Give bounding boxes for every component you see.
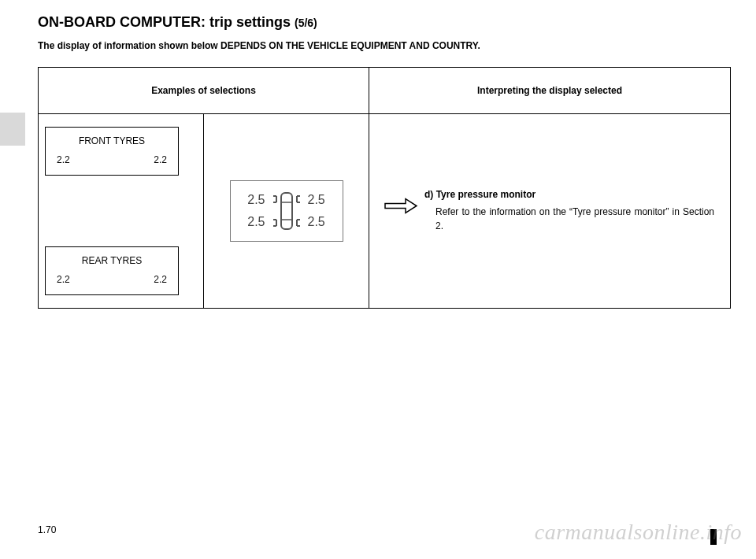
interpretation-cell: d) Tyre pressure monitor Refer to the in… [369, 114, 731, 309]
diagram-rear-left: 2.5 [239, 215, 265, 229]
page-number: 1.70 [38, 524, 56, 535]
page-content: ON-BOARD COMPUTER: trip settings (5/6) T… [38, 14, 731, 309]
interpretation-heading: d) Tyre pressure monitor [424, 189, 714, 200]
front-tyre-right-value: 2.2 [154, 154, 167, 165]
svg-rect-0 [281, 193, 292, 229]
front-tyres-label: FRONT TYRES [54, 135, 170, 146]
rear-tyre-right-value: 2.2 [154, 274, 167, 285]
rear-tyres-box: REAR TYRES 2.2 2.2 [45, 246, 179, 295]
diagram-rear-right: 2.5 [308, 215, 335, 229]
interpretation-body: Refer to the information on the “Tyre pr… [424, 205, 714, 233]
selection-examples-cell: FRONT TYRES 2.2 2.2 REAR TYRES 2.2 2.2 [39, 114, 204, 309]
page-subtitle: The display of information shown below D… [38, 40, 731, 51]
tyre-pressure-diagram: 2.5 [230, 180, 343, 242]
arrow-right-icon [384, 198, 418, 217]
front-tyres-box: FRONT TYRES 2.2 2.2 [45, 127, 179, 176]
page-title: ON-BOARD COMPUTER: trip settings (5/6) [38, 14, 731, 31]
car-top-view-icon [269, 190, 305, 232]
table-header-right: Interpreting the display selected [369, 68, 731, 114]
diagram-front-left: 2.5 [239, 193, 265, 207]
title-main: ON-BOARD COMPUTER: trip settings [38, 14, 295, 30]
watermark: carmanualsonline.info [535, 520, 742, 545]
front-tyre-left-value: 2.2 [57, 154, 70, 165]
section-tab [0, 113, 25, 146]
rear-tyres-label: REAR TYRES [54, 255, 170, 266]
rear-tyre-left-value: 2.2 [57, 274, 70, 285]
diagram-front-right: 2.5 [308, 193, 335, 207]
info-table: Examples of selections Interpreting the … [38, 67, 731, 309]
table-header-left: Examples of selections [39, 68, 369, 114]
diagram-cell: 2.5 [204, 114, 369, 309]
title-page-indicator: (5/6) [295, 17, 317, 29]
